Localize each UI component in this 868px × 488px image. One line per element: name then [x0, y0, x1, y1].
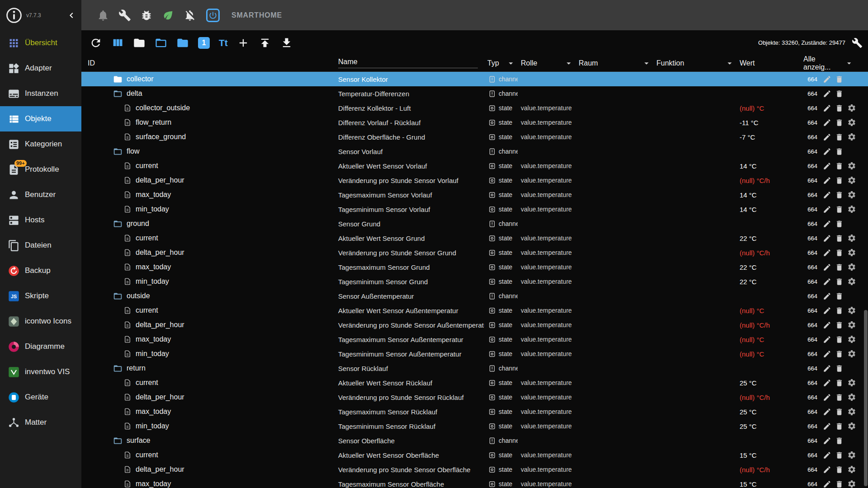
- document-icon[interactable]: [123, 422, 132, 430]
- document-icon[interactable]: [123, 176, 132, 184]
- chevron-down-icon[interactable]: [725, 58, 735, 68]
- table-row[interactable]: max_today Tagesmaximum Sensor Grund stat…: [81, 260, 868, 274]
- object-function[interactable]: [653, 115, 736, 130]
- folder-open-icon[interactable]: [113, 219, 123, 229]
- object-room[interactable]: [576, 404, 653, 419]
- acl-badge[interactable]: 664: [807, 249, 817, 256]
- table-row[interactable]: delta_per_hour Veränderung pro Stunde Se…: [81, 318, 868, 332]
- object-room[interactable]: [576, 462, 653, 477]
- edit-icon[interactable]: [823, 379, 831, 387]
- table-row[interactable]: delta_per_hour Veränderung pro Stunde Se…: [81, 462, 868, 477]
- object-value[interactable]: 22 °C: [736, 263, 757, 271]
- document-icon[interactable]: [123, 350, 132, 358]
- edit-icon[interactable]: [823, 205, 831, 214]
- delete-icon[interactable]: [835, 147, 844, 156]
- sidebar-item-skripte[interactable]: JS Skripte: [0, 283, 81, 309]
- object-function[interactable]: [653, 86, 736, 101]
- table-row[interactable]: delta_per_hour Veränderung pro Stunde Se…: [81, 390, 868, 404]
- role-filter-select[interactable]: Rolle: [518, 55, 576, 71]
- settings-gear-icon[interactable]: [847, 118, 856, 127]
- edit-icon[interactable]: [823, 292, 831, 300]
- acl-badge[interactable]: 664: [807, 278, 817, 285]
- sidebar-item-instanzen[interactable]: Instanzen: [0, 81, 81, 106]
- object-function[interactable]: [653, 101, 736, 115]
- object-room[interactable]: [576, 332, 653, 347]
- folder-open-icon[interactable]: [113, 291, 123, 301]
- expand-all-button[interactable]: [155, 37, 167, 49]
- object-value[interactable]: 14 °C: [736, 206, 757, 213]
- name-filter-input[interactable]: Name: [338, 58, 478, 68]
- settings-gear-icon[interactable]: [847, 393, 856, 402]
- object-room[interactable]: [576, 375, 653, 390]
- sidebar-item-icontwo-icons[interactable]: icontwo Icons: [0, 309, 81, 334]
- settings-gear-icon[interactable]: [847, 248, 856, 257]
- table-row[interactable]: ground Sensor Grund channel 664: [81, 216, 868, 231]
- object-room[interactable]: [576, 144, 653, 159]
- settings-gear-icon[interactable]: [847, 465, 856, 474]
- object-function[interactable]: [653, 347, 736, 361]
- object-room[interactable]: [576, 159, 653, 173]
- object-value[interactable]: 25 °C: [736, 408, 757, 416]
- sidebar-item-geraete[interactable]: Geräte: [0, 385, 81, 410]
- document-icon[interactable]: [123, 306, 132, 314]
- object-room[interactable]: [576, 361, 653, 375]
- document-icon[interactable]: [123, 480, 132, 488]
- sidebar-item-benutzer[interactable]: Benutzer: [0, 182, 81, 207]
- acl-badge[interactable]: 664: [807, 394, 817, 401]
- table-row[interactable]: current Aktueller Wert Sensor Rücklauf s…: [81, 375, 868, 390]
- edit-icon[interactable]: [823, 277, 831, 286]
- settings-gear-icon[interactable]: [847, 378, 856, 387]
- acl-badge[interactable]: 664: [807, 134, 817, 141]
- table-row[interactable]: surface_ground Differenz Oberfläche - Gr…: [81, 130, 868, 144]
- delete-icon[interactable]: [835, 465, 844, 474]
- acl-badge[interactable]: 664: [807, 264, 817, 271]
- acl-badge[interactable]: 664: [807, 163, 817, 169]
- sidebar-item-dateien[interactable]: Dateien: [0, 233, 81, 258]
- table-row[interactable]: current Aktueller Wert Sensor Oberfläche…: [81, 448, 868, 462]
- document-icon[interactable]: [123, 234, 132, 242]
- settings-gear-icon[interactable]: [847, 422, 856, 431]
- object-room[interactable]: [576, 115, 653, 130]
- notifications-off-icon[interactable]: [184, 9, 196, 22]
- collapse-all-button[interactable]: [133, 37, 146, 49]
- object-function[interactable]: [653, 130, 736, 144]
- object-function[interactable]: [653, 404, 736, 419]
- acl-badge[interactable]: 664: [807, 365, 817, 372]
- object-function[interactable]: [653, 202, 736, 216]
- delete-icon[interactable]: [835, 277, 844, 286]
- object-value[interactable]: 25 °C: [736, 379, 757, 387]
- document-icon[interactable]: [123, 191, 132, 199]
- document-icon[interactable]: [123, 205, 132, 213]
- acl-badge[interactable]: 664: [807, 177, 817, 184]
- delete-icon[interactable]: [835, 321, 844, 329]
- edit-icon[interactable]: [823, 480, 831, 488]
- show-all-select[interactable]: Alle anzeig...: [800, 55, 868, 71]
- object-function[interactable]: [653, 462, 736, 477]
- delete-icon[interactable]: [835, 408, 844, 416]
- wrench-icon[interactable]: [118, 9, 131, 22]
- object-room[interactable]: [576, 130, 653, 144]
- sidebar-item-protokolle[interactable]: 99+ Protokolle: [0, 157, 81, 182]
- smarthome-app-icon[interactable]: [206, 9, 220, 22]
- edit-icon[interactable]: [823, 75, 831, 84]
- chevron-down-icon[interactable]: [642, 58, 651, 68]
- object-value[interactable]: 25 °C: [736, 422, 757, 430]
- document-icon[interactable]: [123, 408, 132, 416]
- document-icon[interactable]: [123, 104, 132, 112]
- object-function[interactable]: [653, 375, 736, 390]
- edit-icon[interactable]: [823, 465, 831, 474]
- object-room[interactable]: [576, 245, 653, 260]
- settings-gear-icon[interactable]: [847, 103, 856, 113]
- sidebar-item-backup[interactable]: Backup: [0, 258, 81, 283]
- acl-badge[interactable]: 664: [807, 76, 817, 83]
- object-room[interactable]: [576, 231, 653, 245]
- delete-icon[interactable]: [835, 75, 844, 84]
- acl-badge[interactable]: 664: [807, 351, 817, 357]
- room-filter-select[interactable]: Raum: [576, 55, 653, 71]
- object-room[interactable]: [576, 260, 653, 274]
- document-icon[interactable]: [123, 465, 132, 474]
- delete-icon[interactable]: [835, 104, 844, 113]
- object-function[interactable]: [653, 274, 736, 289]
- chevron-down-icon[interactable]: [564, 58, 574, 68]
- sidebar-item-uebersicht[interactable]: Übersicht: [0, 30, 81, 56]
